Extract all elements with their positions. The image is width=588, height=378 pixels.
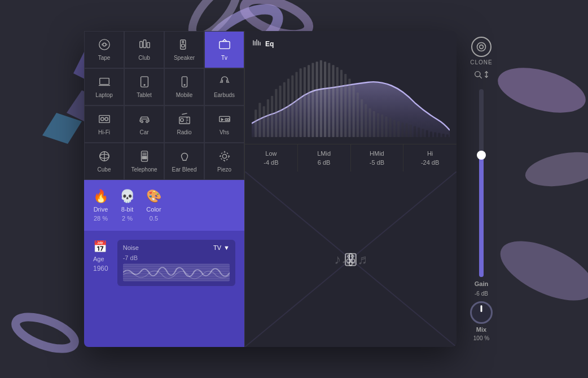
svg-rect-105	[442, 134, 445, 137]
svg-rect-81	[344, 74, 346, 137]
tape-icon	[98, 38, 111, 52]
gain-value: -6 dB	[475, 291, 488, 297]
tv-icon	[218, 38, 231, 52]
preset-laptop[interactable]: Laptop	[84, 68, 124, 106]
svg-rect-69	[295, 72, 297, 137]
gain-slider-track[interactable]	[479, 89, 484, 277]
clone-icon	[471, 37, 492, 57]
preset-cube-label: Cube	[98, 166, 111, 173]
svg-rect-60	[258, 103, 261, 137]
band-lmid-value: 6 dB	[318, 159, 331, 166]
preset-vhs[interactable]: Vhs	[204, 106, 244, 143]
color-control[interactable]: 🎨 Color 0.5	[146, 189, 161, 222]
mix-knob[interactable]	[470, 301, 493, 324]
noise-type[interactable]: TV ▼	[213, 244, 230, 251]
noise-label: Noise	[123, 244, 139, 251]
eq-band-low[interactable]: Low -4 dB	[245, 144, 298, 172]
svg-rect-71	[304, 67, 306, 137]
svg-rect-20	[219, 42, 229, 49]
svg-rect-43	[144, 156, 145, 157]
club-icon	[138, 38, 151, 52]
preset-hifi[interactable]: Hi-Fi	[84, 106, 124, 143]
preset-telephone[interactable]: Telephone	[124, 143, 164, 180]
svg-point-8	[523, 147, 588, 191]
band-hmid-name: HMid	[370, 150, 384, 157]
preset-radio-label: Radio	[177, 129, 191, 135]
svg-rect-21	[99, 78, 109, 85]
svg-rect-88	[373, 111, 375, 137]
telephone-icon	[138, 150, 151, 164]
preset-car[interactable]: Car	[124, 106, 164, 143]
preset-cube[interactable]: Cube	[84, 143, 124, 180]
svg-point-35	[227, 118, 229, 121]
svg-point-9	[492, 229, 588, 313]
gain-slider-fill	[479, 155, 484, 277]
ear-bleed-icon	[178, 150, 191, 164]
preset-tv[interactable]: Tv	[204, 31, 244, 68]
svg-rect-67	[287, 79, 289, 137]
svg-point-7	[493, 59, 588, 121]
preset-tape[interactable]: Tape	[84, 31, 124, 68]
preset-ear-bleed-label: Ear Bleed	[172, 166, 197, 173]
svg-rect-47	[145, 158, 146, 159]
color-value: 0.5	[150, 215, 158, 222]
mix-knob-container: Mix 100 %	[470, 301, 493, 341]
8bit-value: 2 %	[122, 215, 133, 222]
svg-rect-82	[348, 79, 350, 137]
preset-tape-label: Tape	[98, 55, 111, 61]
svg-rect-84	[357, 93, 359, 137]
svg-point-25	[184, 85, 185, 86]
preset-speaker[interactable]: Speaker	[164, 31, 204, 68]
preset-mobile[interactable]: Mobile	[164, 68, 204, 106]
mobile-icon	[178, 76, 191, 90]
svg-point-114	[352, 255, 354, 257]
gain-slider-thumb[interactable]	[477, 151, 486, 160]
svg-rect-91	[385, 117, 387, 138]
eq-band-hmid[interactable]: HMid -5 dB	[351, 144, 404, 172]
svg-rect-44	[145, 156, 146, 157]
age-label: Age	[93, 256, 108, 262]
clone-button[interactable]: CLONE	[470, 37, 492, 65]
svg-point-115	[477, 43, 485, 51]
noise-db: -7 dB	[123, 254, 230, 261]
8bit-control[interactable]: 💀 8-bit 2 %	[120, 189, 135, 222]
8bit-icon: 💀	[120, 189, 135, 204]
color-icon: 🎨	[146, 189, 161, 204]
svg-point-113	[351, 258, 355, 262]
svg-rect-95	[401, 122, 403, 137]
drive-icon: 🔥	[93, 189, 108, 204]
drive-control[interactable]: 🔥 Drive 28 %	[93, 189, 108, 222]
plugin-main: Tape Club	[84, 31, 457, 347]
eq-label: Eq	[265, 40, 274, 48]
preset-tablet[interactable]: Tablet	[124, 68, 164, 106]
eq-band-hi[interactable]: Hi -24 dB	[403, 144, 457, 172]
eq-canvas	[252, 55, 450, 137]
svg-rect-102	[430, 131, 432, 137]
eq-band-lmid[interactable]: LMid 6 dB	[298, 144, 351, 172]
svg-point-27	[100, 117, 104, 121]
cube-icon	[98, 150, 111, 164]
search-sort-button[interactable]	[473, 70, 489, 79]
preset-grid: Tape Club	[84, 31, 244, 180]
svg-point-19	[182, 41, 183, 43]
preset-piezo[interactable]: Piezo	[204, 143, 244, 180]
svg-line-118	[480, 76, 482, 78]
svg-rect-72	[308, 65, 310, 137]
eq-header: Eq	[252, 38, 450, 50]
drive-value: 28 %	[94, 215, 108, 222]
preset-hifi-label: Hi-Fi	[98, 129, 110, 135]
radio-icon	[178, 113, 191, 127]
eq-panel: Eq	[245, 31, 457, 144]
preset-club[interactable]: Club	[124, 31, 164, 68]
preset-telephone-label: Telephone	[131, 166, 157, 173]
svg-rect-73	[311, 63, 314, 137]
preset-radio[interactable]: Radio	[164, 106, 204, 143]
preset-earbuds[interactable]: Earbuds	[204, 68, 244, 106]
svg-rect-103	[434, 132, 436, 137]
preset-ear-bleed[interactable]: Ear Bleed	[164, 143, 204, 180]
svg-rect-99	[418, 128, 420, 137]
preset-earbuds-label: Earbuds	[214, 92, 235, 98]
svg-point-23	[144, 85, 145, 86]
svg-rect-45	[142, 158, 143, 159]
eq-icon	[252, 38, 262, 50]
